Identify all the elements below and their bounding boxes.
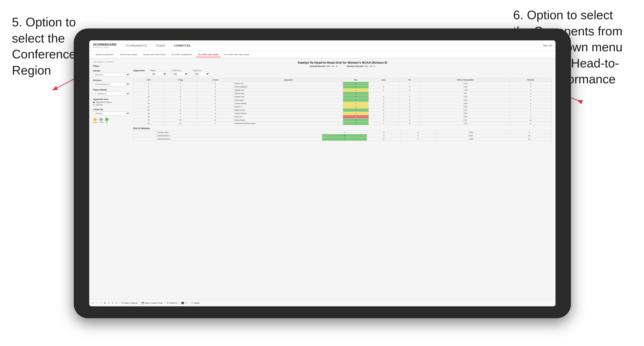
cell-rounds: 3: [510, 99, 552, 102]
cell-empty: [134, 131, 157, 134]
cell-loss: 0: [368, 95, 398, 99]
conference-filter-select[interactable]: (All): [172, 72, 188, 76]
colour-by-select[interactable]: Win/loss: [93, 111, 130, 115]
cell-tie: 0: [398, 85, 421, 89]
cell-diff: 3.67: [421, 92, 510, 95]
cell-tie: 0: [398, 119, 421, 122]
cell-win: 0: [343, 115, 369, 119]
cell-reg: 7: [164, 105, 197, 109]
toolbar-save-custom-view[interactable]: 💾 Save Custom View: [142, 302, 163, 304]
records-row: Overall Record: 353 - 34 - 6 Division Re…: [133, 65, 552, 67]
cell-tie: 0: [401, 131, 435, 134]
toolbar-refresh[interactable]: ↺: [112, 302, 114, 304]
content-area: Katelyn Vo Head-to-Head Grid for Women's…: [133, 61, 552, 304]
table-row: 9 1 4 Sharon Mun 1 3.67 3: [134, 92, 552, 95]
cell-reg: 3: [164, 112, 197, 115]
division-select[interactable]: NCAA Division III: [93, 82, 130, 86]
subnav-team-summary[interactable]: TEAM SUMMARY: [93, 52, 116, 57]
subnav-player-h2h-heatmap[interactable]: PLAYER H2H HEATMAP: [222, 52, 252, 57]
cell-rounds: 6: [510, 122, 552, 125]
cell-diff: 1.25: [421, 109, 510, 112]
cell-div: 18: [134, 115, 164, 119]
cell-rounds: 3: [510, 92, 552, 95]
cell-conf: 2: [197, 85, 234, 89]
col-opponent: Opponent: [234, 78, 343, 82]
circle-label-up: Up: [106, 122, 108, 123]
toolbar-watch[interactable]: 👁 Watch ▾: [167, 302, 177, 304]
cell-tie: 0: [398, 122, 421, 125]
cell-div: 20: [134, 122, 164, 125]
cell-rounds: 2: [510, 102, 552, 105]
radio-top100[interactable]: Top 100: [93, 104, 130, 106]
table-row: 11 2 5 Heejo Hyun 1 0 0 3.33 3: [134, 99, 552, 102]
toolbar-view-original[interactable]: 👁 View: Original: [122, 302, 138, 304]
subnav-player-h2h-grid[interactable]: PLAYER H2H GRID: [196, 52, 221, 57]
cell-win: 2: [343, 95, 369, 99]
nav-committee[interactable]: COMMITTEE: [172, 43, 193, 48]
cell-loss: [368, 92, 398, 95]
toolbar-sep-1: [120, 301, 120, 305]
tablet-screen: SCOREBOARD Powered by clippd TOURNAMENTS…: [89, 40, 556, 306]
filter-region: Region (All): [150, 69, 167, 76]
cell-rounds: 30: [507, 134, 552, 138]
cell-tie: 0: [401, 138, 435, 141]
player-rank-select[interactable]: 6. Katelyn Vo: [93, 92, 130, 96]
logo: SCOREBOARD Powered by clippd: [93, 43, 116, 48]
cell-win: 2: [343, 105, 369, 109]
radio-label-top100: Top 100: [96, 104, 102, 106]
colour-legend: Down Level Up: [93, 118, 130, 123]
cell-name: Jessica Mason: [234, 112, 343, 115]
cell-tie: 0: [398, 112, 421, 115]
cell-reg: 2: [164, 99, 197, 102]
cell-name: Andrea York: [234, 95, 343, 99]
cell-loss: 0: [368, 99, 398, 102]
col-tie: Tie: [398, 78, 421, 82]
toolbar-clock[interactable]: ⏱: [116, 302, 118, 304]
region-filter-select[interactable]: (All): [150, 72, 167, 76]
toolbar-layout[interactable]: ⬛ ⬜: [181, 302, 187, 304]
circle-label-down: Down: [93, 122, 97, 123]
cell-name: Heejo Hyun: [234, 99, 343, 102]
cell-conf: 4: [197, 92, 234, 95]
cell-loss: 0: [367, 138, 401, 141]
sign-out-link[interactable]: Sign out: [543, 44, 552, 47]
cell-loss: 1: [368, 102, 398, 105]
toolbar-share[interactable]: ⟨⟩ Share: [191, 302, 200, 304]
colour-down: Down: [93, 118, 97, 123]
toolbar-wave[interactable]: ∿: [108, 302, 110, 304]
toolbar-forward[interactable]: →: [100, 302, 102, 304]
toolbar-grid[interactable]: ⊞: [104, 302, 106, 304]
cell-tie: 0: [401, 134, 435, 138]
cell-div: 16: [134, 112, 164, 115]
col-conf: # Conf: [197, 78, 234, 82]
colour-level: Level: [99, 118, 103, 123]
toolbar-undo[interactable]: ↩: [92, 302, 94, 304]
table-row: Foreign Team 1 0 0 4.500 2: [134, 131, 552, 134]
circle-level: [100, 118, 103, 121]
cell-reg: 1: [164, 102, 197, 105]
toolbar-back[interactable]: ←: [96, 302, 98, 304]
radio-opponents-played[interactable]: Opponents Played: [93, 101, 130, 103]
sub-nav: TEAM SUMMARY TEAM H2H GRID TEAM H2H HEAT…: [89, 51, 556, 58]
subnav-team-h2h-grid[interactable]: TEAM H2H GRID: [117, 52, 140, 57]
cell-name: Alexis Sudjianto: [234, 85, 343, 89]
cell-rounds: 3: [510, 89, 552, 92]
cell-empty: [134, 134, 157, 138]
cell-tie: 0: [398, 109, 421, 112]
nav-teams[interactable]: TEAMS: [154, 43, 167, 48]
sidebar: Last Updated: 27/03/2024 Player Gender W…: [93, 61, 130, 304]
table-row: 18 2 2 Euna Lee 0 2 0 -5.00 2: [134, 115, 552, 119]
subnav-team-h2h-heatmap[interactable]: TEAM H2H HEATMAP: [140, 52, 168, 57]
subnav-player-summary[interactable]: PLAYER SUMMARY: [169, 52, 195, 57]
cell-reg: 3: [164, 89, 197, 92]
grid-title: Katelyn Vo Head-to-Head Grid for Women's…: [133, 61, 552, 64]
col-rounds: Rounds: [510, 78, 552, 82]
cell-conf: 1: [197, 102, 234, 105]
opponent-filter-select[interactable]: (All): [193, 72, 210, 76]
col-diff: Diff Av Strokes/Rnd: [421, 78, 510, 82]
circle-label-level: Level: [99, 122, 103, 123]
cell-diff: -0.94: [421, 112, 510, 115]
nav-tournaments[interactable]: TOURNAMENTS: [124, 43, 149, 48]
gender-select[interactable]: Women's: [93, 73, 130, 77]
table-row: 3 3 1 Esther Lee 1 1.50 4: [134, 82, 552, 85]
